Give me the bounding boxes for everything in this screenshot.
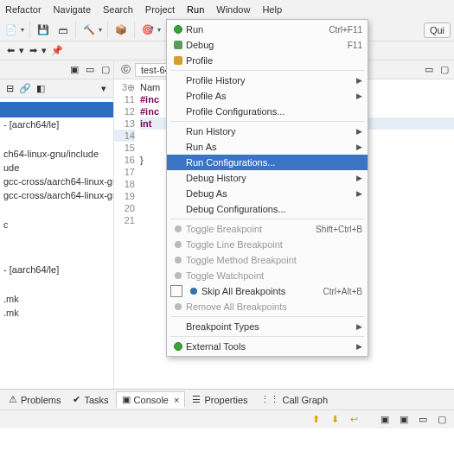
menu-separator <box>170 70 364 71</box>
menu-item-run[interactable]: RunCtrl+F11 <box>167 22 368 37</box>
dropdown-arrow-icon[interactable]: ▾ <box>42 45 47 56</box>
menu-item-debug[interactable]: DebugF11 <box>167 37 368 53</box>
back-icon[interactable]: ⬅ <box>3 44 17 58</box>
save-all-icon[interactable]: 🗃 <box>54 22 70 38</box>
tree-row[interactable] <box>0 232 113 247</box>
menu-item-debug-as[interactable]: Debug As▶ <box>167 186 368 201</box>
menu-item-bp-types[interactable]: Breakpoint Types▶ <box>167 319 368 334</box>
menu-item-toggle-breakpoint[interactable]: Toggle BreakpointShift+Ctrl+B <box>167 221 368 237</box>
submenu-arrow-icon: ▶ <box>356 189 362 198</box>
focus-icon[interactable]: ◧ <box>35 83 47 95</box>
menu-item-run-as[interactable]: Run As▶ <box>167 139 368 155</box>
menu-item-external-tools[interactable]: External Tools▶ <box>167 339 368 354</box>
menu-item-remove-all-bp[interactable]: Remove All Breakpoints <box>167 299 368 314</box>
dropdown-arrow-icon[interactable]: ▾ <box>157 26 161 34</box>
menu-item-debug-history[interactable]: Debug History▶ <box>167 170 368 186</box>
breakpoint-icon <box>175 257 182 263</box>
tree-row[interactable]: .mk <box>0 292 113 306</box>
open-console-icon[interactable]: ▣ <box>397 413 411 427</box>
menu-project[interactable]: Project <box>145 4 175 15</box>
tab-call-graph[interactable]: ⋮⋮Call Graph <box>255 392 334 407</box>
toolbar-separator <box>134 22 135 39</box>
view-tab-icon[interactable]: ▣ <box>68 64 80 76</box>
external-tools-icon <box>174 342 182 351</box>
tree-row[interactable]: c <box>0 218 113 232</box>
bottom-tabs: ⚠Problems ✔Tasks ▣Console× ☰Properties ⋮… <box>0 390 454 409</box>
minimize-icon[interactable]: ▭ <box>423 64 435 76</box>
build-icon[interactable]: 🔨 <box>81 22 97 38</box>
maximize-icon[interactable]: ▢ <box>99 64 112 76</box>
view-menu-icon[interactable]: ▾ <box>98 83 110 95</box>
menu-item-toggle-watchpoint[interactable]: Toggle Watchpoint <box>167 268 368 283</box>
menu-refactor[interactable]: Refactor <box>5 4 42 15</box>
display-console-icon[interactable]: ▣ <box>378 413 392 427</box>
tree-row[interactable]: gcc-cross/aarch64-linux-gnu <box>0 175 113 188</box>
menu-item-toggle-method-bp[interactable]: Toggle Method Breakpoint <box>167 252 368 268</box>
toolbar-separator <box>29 22 30 39</box>
menu-item-profile[interactable]: Profile <box>167 53 368 68</box>
checkbox-icon[interactable] <box>170 285 182 297</box>
tree-row[interactable] <box>0 247 113 263</box>
tab-tasks[interactable]: ✔Tasks <box>67 392 113 407</box>
menu-item-run-config[interactable]: Run Configurations... <box>167 155 368 170</box>
project-explorer: ▣ ▭ ▢ ⊟ 🔗 ◧ ▾ - [aarch64/le]ch64-linux-g… <box>0 60 114 389</box>
watchpoint-icon <box>175 272 182 279</box>
explorer-tree[interactable]: - [aarch64/le]ch64-linux-gnu/includeudeg… <box>0 98 113 323</box>
dropdown-arrow-icon[interactable]: ▾ <box>19 45 24 56</box>
save-icon[interactable]: 💾 <box>35 22 51 38</box>
menu-item-profile-history[interactable]: Profile History▶ <box>167 73 368 88</box>
tree-row[interactable] <box>0 102 113 117</box>
scroll-lock-down-icon[interactable]: ⬇ <box>328 413 342 427</box>
package-icon[interactable]: 📦 <box>113 22 129 38</box>
menu-navigate[interactable]: Navigate <box>54 4 91 15</box>
quick-access-button[interactable]: Qui <box>424 22 451 38</box>
toolbar-separator <box>75 22 76 39</box>
breakpoint-icon <box>175 225 182 232</box>
explorer-toolbar: ⊟ 🔗 ◧ ▾ <box>0 79 113 98</box>
tree-row[interactable]: .mk <box>0 306 113 320</box>
menu-separator <box>170 336 364 337</box>
word-wrap-icon[interactable]: ↩ <box>347 413 361 427</box>
new-icon[interactable]: 📄 <box>3 22 19 38</box>
target-icon[interactable]: 🎯 <box>140 22 156 38</box>
minimize-icon[interactable]: ▭ <box>84 64 96 76</box>
collapse-all-icon[interactable]: ⊟ <box>3 83 16 95</box>
menu-separator <box>170 121 364 122</box>
tree-row[interactable]: ude <box>0 161 113 175</box>
tab-properties[interactable]: ☰Properties <box>187 392 253 407</box>
breakpoint-icon <box>175 241 182 248</box>
tree-row[interactable] <box>0 276 113 292</box>
tab-problems[interactable]: ⚠Problems <box>3 392 66 407</box>
tree-row[interactable]: - [aarch64/le] <box>0 117 113 131</box>
console-toolbar: ⬆ ⬇ ↩ ▣ ▣ ▭ ▢ <box>0 409 454 428</box>
dropdown-arrow-icon[interactable]: ▾ <box>99 26 102 34</box>
close-icon[interactable]: × <box>174 395 179 405</box>
tree-row[interactable] <box>0 202 113 218</box>
menu-item-skip-all-bp[interactable]: Skip All BreakpointsCtrl+Alt+B <box>167 283 368 299</box>
tree-row[interactable]: - [aarch64/le] <box>0 263 113 276</box>
menu-separator <box>170 316 364 317</box>
scroll-lock-up-icon[interactable]: ⬆ <box>309 413 323 427</box>
menu-item-toggle-line-bp[interactable]: Toggle Line Breakpoint <box>167 237 368 252</box>
menu-item-profile-config[interactable]: Profile Configurations... <box>167 104 368 119</box>
toolbar-separator <box>107 22 108 39</box>
menu-help[interactable]: Help <box>262 4 282 15</box>
menu-item-run-history[interactable]: Run History▶ <box>167 124 368 139</box>
menu-window[interactable]: Window <box>216 4 250 15</box>
menu-item-profile-as[interactable]: Profile As▶ <box>167 88 368 104</box>
tree-row[interactable] <box>0 131 113 147</box>
pin-icon[interactable]: 📌 <box>50 44 64 58</box>
minimize-icon[interactable]: ▭ <box>416 413 430 427</box>
menu-item-debug-config[interactable]: Debug Configurations... <box>167 201 368 217</box>
menu-run[interactable]: Run <box>187 4 204 15</box>
maximize-icon[interactable]: ▢ <box>438 64 451 76</box>
tree-row[interactable]: ch64-linux-gnu/include <box>0 147 113 161</box>
tab-console[interactable]: ▣Console× <box>116 391 186 408</box>
menu-search[interactable]: Search <box>103 4 133 15</box>
maximize-icon[interactable]: ▢ <box>435 413 449 427</box>
dropdown-arrow-icon[interactable]: ▾ <box>21 26 24 34</box>
tree-row[interactable]: gcc-cross/aarch64-linux-gnu <box>0 188 113 202</box>
link-editor-icon[interactable]: 🔗 <box>19 83 31 95</box>
forward-icon[interactable]: ➡ <box>26 44 40 58</box>
profile-icon <box>174 56 182 65</box>
